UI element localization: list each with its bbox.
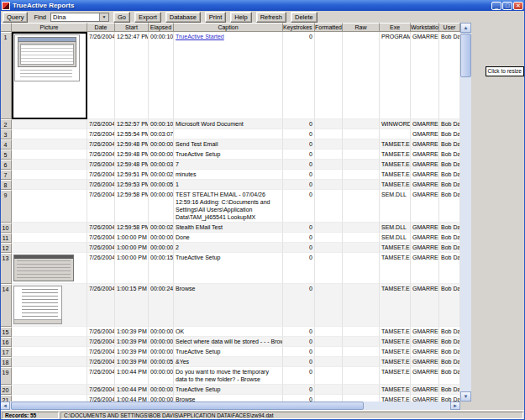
row-number[interactable]: 18 [0, 357, 12, 367]
column-header-date[interactable]: Date [87, 23, 115, 32]
row-number[interactable]: 20 [0, 385, 12, 395]
picture-cell[interactable] [12, 139, 87, 150]
row-number[interactable]: 15 [0, 327, 12, 337]
table-row[interactable]: 197/26/20041:00:44 PM00:00:00Do you want… [0, 367, 460, 385]
row-number[interactable]: 9 [0, 190, 12, 223]
table-row[interactable]: 167/26/20041:00:39 PM00:00:00Select wher… [0, 337, 460, 347]
picture-cell[interactable] [12, 367, 87, 385]
picture-cell[interactable] [12, 32, 87, 119]
picture-cell[interactable] [12, 119, 87, 129]
row-number[interactable]: 1 [0, 32, 12, 119]
scroll-left-icon[interactable]: ◄ [0, 402, 10, 410]
table-row[interactable]: 137/26/20041:00:00 PM00:00:15TrueActive … [0, 253, 460, 284]
table-row[interactable]: 17/26/200412:52:47 PM00:00:10TrueActive … [0, 32, 460, 119]
table-row[interactable]: 77/26/200412:59:51 PM00:00:02minutes0TAM… [0, 170, 460, 180]
scroll-right-icon[interactable]: ► [450, 402, 460, 410]
table-row[interactable]: 67/26/200412:59:48 PM00:00:0370TAMSET.EX… [0, 160, 460, 170]
row-number[interactable]: 7 [0, 170, 12, 180]
row-number[interactable]: 12 [0, 243, 12, 253]
horizontal-scrollbar-thumb[interactable] [11, 402, 364, 410]
picture-cell[interactable] [12, 129, 87, 139]
table-row[interactable]: 57/26/200412:59:48 PM00:00:00TrueActive … [0, 150, 460, 160]
table-row[interactable]: 97/26/200412:59:58 PM00:00:00TEST STEALT… [0, 190, 460, 223]
row-number[interactable]: 13 [0, 253, 12, 284]
table-row[interactable]: 87/26/200412:59:53 PM00:00:0510TAMSET.EX… [0, 180, 460, 190]
picture-cell[interactable] [12, 347, 87, 357]
start-cell: 1:00:00 PM [115, 233, 149, 243]
click-to-resize-button[interactable]: Click to resize [486, 66, 524, 76]
column-header-user[interactable]: User [439, 23, 460, 32]
row-number[interactable]: 3 [0, 129, 12, 139]
table-row[interactable]: 187/26/20041:00:39 PM00:00:05&Yes0TAMSET… [0, 357, 460, 367]
table-row[interactable]: 47/26/200412:59:48 PM00:00:00Send Test E… [0, 139, 460, 150]
column-header-exe[interactable]: Exe [380, 23, 411, 32]
database-button[interactable]: Database [165, 12, 201, 23]
picture-cell[interactable] [12, 284, 87, 327]
find-combobox[interactable]: Dina ▼ [50, 13, 109, 22]
vertical-scrollbar-thumb[interactable] [460, 34, 471, 77]
go-button[interactable]: Go [113, 12, 130, 23]
table-row[interactable]: 157/26/20041:00:39 PM00:00:00OK0TAMSET.E… [0, 327, 460, 337]
picture-cell[interactable] [12, 170, 87, 180]
picture-cell[interactable] [12, 160, 87, 170]
refresh-button[interactable]: Refresh [256, 12, 286, 23]
row-number[interactable]: 2 [0, 119, 12, 129]
table-row[interactable]: 117/26/20041:00:00 PM00:00:00Done0SEM.DL… [0, 233, 460, 243]
row-number[interactable]: 19 [0, 367, 12, 385]
column-header-elapsed[interactable]: Elapsed [149, 23, 174, 32]
row-number[interactable]: 16 [0, 337, 12, 347]
column-header-caption[interactable]: Caption [174, 23, 283, 32]
close-button[interactable]: ✕ [513, 2, 523, 10]
picture-cell[interactable] [12, 337, 87, 347]
table-row[interactable]: 37/26/200412:55:54 PM00:03:070GMARREROBo… [0, 129, 460, 139]
help-button[interactable]: Help [230, 12, 251, 23]
picture-cell[interactable] [12, 395, 87, 402]
row-number[interactable]: 11 [0, 233, 12, 243]
row-number[interactable]: 21 [0, 395, 12, 402]
elapsed-cell: 00:00:00 [149, 367, 174, 385]
print-button[interactable]: Print [205, 12, 226, 23]
table-row[interactable]: 107/26/200412:59:58 PM00:00:02Stealth EM… [0, 223, 460, 233]
picture-cell[interactable] [12, 357, 87, 367]
user-cell: Bob Davis [439, 190, 460, 223]
row-number[interactable]: 5 [0, 150, 12, 160]
row-number[interactable]: 17 [0, 347, 12, 357]
vertical-scrollbar[interactable]: ▲ ▼ [460, 23, 471, 402]
column-header-workstation[interactable]: Workstation [411, 23, 439, 32]
column-header-picture[interactable]: Picture [12, 23, 87, 32]
picture-cell[interactable] [12, 223, 87, 233]
picture-cell[interactable] [12, 243, 87, 253]
scroll-down-icon[interactable]: ▼ [460, 391, 471, 402]
row-number[interactable]: 10 [0, 223, 12, 233]
delete-button[interactable]: Delete [291, 12, 318, 23]
table-row[interactable]: 127/26/20041:00:00 PM00:00:0020TAMSET.EX… [0, 243, 460, 253]
table-row[interactable]: 147/26/20041:00:15 PM00:00:24Browse0TAMS… [0, 284, 460, 327]
export-button[interactable]: Export [134, 12, 161, 23]
scroll-up-icon[interactable]: ▲ [460, 23, 471, 33]
column-header-formatted[interactable]: Formatted [315, 23, 343, 32]
horizontal-scrollbar[interactable]: ◄ ► [0, 402, 460, 410]
row-number[interactable]: 4 [0, 139, 12, 150]
table-row[interactable]: 27/26/200412:52:57 PM00:00:10Microsoft W… [0, 119, 460, 129]
row-number[interactable]: 14 [0, 284, 12, 327]
picture-cell[interactable] [12, 150, 87, 160]
picture-cell[interactable] [12, 327, 87, 337]
picture-cell[interactable] [12, 253, 87, 284]
picture-cell[interactable] [12, 190, 87, 223]
column-header-start[interactable]: Start [115, 23, 149, 32]
chevron-down-icon[interactable]: ▼ [99, 13, 108, 21]
column-header-raw[interactable]: Raw [343, 23, 380, 32]
picture-cell[interactable] [12, 233, 87, 243]
query-button[interactable]: Query [3, 12, 28, 23]
table-row[interactable]: 217/26/20041:00:44 PM00:00:00Browse0TAMS… [0, 395, 460, 402]
column-header-keystrokes[interactable]: Keystrokes▼ [283, 23, 315, 32]
picture-cell[interactable] [12, 180, 87, 190]
caption-cell[interactable]: TrueActive Started [174, 32, 283, 119]
minimize-button[interactable]: _ [491, 2, 501, 10]
row-number[interactable]: 8 [0, 180, 12, 190]
table-row[interactable]: 177/26/20041:00:39 PM00:00:00TrueActive … [0, 347, 460, 357]
table-row[interactable]: 207/26/20041:00:44 PM00:00:00TrueActive … [0, 385, 460, 395]
picture-cell[interactable] [12, 385, 87, 395]
row-number[interactable]: 6 [0, 160, 12, 170]
maximize-button[interactable]: □ [502, 2, 512, 10]
